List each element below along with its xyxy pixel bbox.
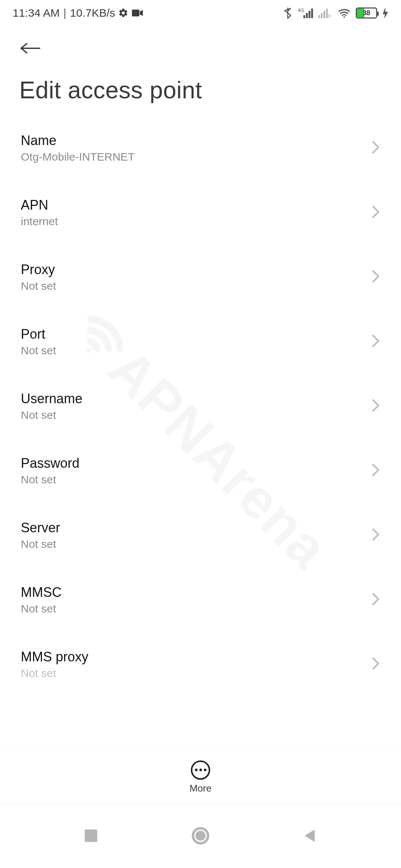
nav-recent-button[interactable] (83, 828, 99, 845)
setting-label: Username (21, 391, 82, 407)
triangle-left-icon (302, 828, 318, 844)
status-separator: | (63, 7, 66, 19)
setting-row-proxy[interactable]: Proxy Not set (0, 251, 401, 303)
status-bar: 11:34 AM | 10.7KB/s 4G ✕ 38 (0, 0, 401, 26)
chevron-right-icon (371, 270, 380, 285)
setting-label: Name (21, 133, 135, 148)
setting-label: Proxy (21, 262, 56, 277)
svg-point-2 (343, 16, 345, 18)
square-icon (83, 828, 99, 844)
setting-label: Server (21, 520, 60, 536)
chevron-right-icon (371, 141, 380, 155)
chevron-right-icon (371, 334, 380, 349)
more-dots-icon (195, 769, 206, 771)
status-left: 11:34 AM | 10.7KB/s (13, 7, 143, 19)
chevron-right-icon (371, 657, 380, 672)
setting-row-port[interactable]: Port Not set (0, 316, 401, 367)
setting-value: Not set (21, 667, 88, 680)
setting-row-name[interactable]: Name Otg-Mobile-INTERNET (0, 122, 401, 174)
setting-row-apn[interactable]: APN internet (0, 187, 401, 238)
video-icon (131, 9, 143, 17)
setting-label: MMS proxy (21, 649, 88, 665)
setting-row-mmsc[interactable]: MMSC Not set (0, 574, 401, 625)
system-nav-bar (0, 805, 401, 868)
signal-1-group: 4G (297, 8, 313, 18)
setting-row-mms-proxy[interactable]: MMS proxy Not set (0, 639, 401, 690)
battery-percent: 38 (357, 9, 376, 17)
setting-row-server[interactable]: Server Not set (0, 510, 401, 561)
arrow-left-icon (19, 41, 42, 56)
setting-value: Not set (21, 344, 56, 357)
settings-list: Name Otg-Mobile-INTERNET APN internet Pr… (0, 108, 401, 749)
signal-2-group: ✕ (318, 8, 333, 18)
page-title: Edit access point (19, 76, 382, 104)
chevron-right-icon (371, 205, 380, 220)
gear-icon (118, 8, 128, 18)
app-header: Edit access point (0, 26, 401, 108)
status-net-speed: 10.7KB/s (70, 7, 115, 19)
charging-icon (382, 7, 388, 19)
circle-icon (190, 826, 211, 846)
svg-rect-1 (132, 10, 140, 17)
setting-value: Not set (21, 409, 82, 421)
nav-back-button[interactable] (302, 828, 318, 845)
fade-overlay (0, 720, 401, 749)
svg-point-6 (195, 831, 205, 841)
signal-bars-dim-icon (318, 8, 328, 18)
no-sim-icon: ✕ (327, 13, 332, 20)
setting-label: Password (21, 456, 79, 471)
status-time: 11:34 AM (13, 7, 60, 19)
setting-row-username[interactable]: Username Not set (0, 381, 401, 432)
chevron-right-icon (371, 399, 380, 414)
chevron-right-icon (371, 592, 380, 607)
setting-label: Port (21, 326, 56, 342)
signal-bars-icon (303, 8, 313, 18)
setting-label: MMSC (21, 585, 62, 600)
nav-home-button[interactable] (190, 826, 211, 847)
more-label: More (189, 783, 211, 794)
setting-value: Otg-Mobile-INTERNET (21, 151, 135, 163)
svg-rect-4 (85, 829, 97, 842)
more-bar: More (0, 749, 401, 805)
setting-row-password[interactable]: Password Not set (0, 445, 401, 496)
setting-value: internet (21, 215, 58, 228)
network-type-label: 4G (298, 7, 304, 13)
setting-label: APN (21, 197, 58, 213)
bluetooth-icon (284, 7, 292, 19)
chevron-right-icon (371, 463, 380, 478)
back-button[interactable] (19, 37, 42, 59)
chevron-right-icon (371, 528, 380, 543)
battery-icon: 38 (356, 7, 377, 19)
more-button[interactable] (191, 760, 210, 780)
setting-value: Not set (21, 538, 60, 550)
setting-value: Not set (21, 473, 79, 486)
setting-value: Not set (21, 602, 62, 615)
setting-value: Not set (21, 280, 56, 292)
status-right: 4G ✕ 38 (284, 7, 388, 19)
wifi-icon (338, 8, 351, 18)
